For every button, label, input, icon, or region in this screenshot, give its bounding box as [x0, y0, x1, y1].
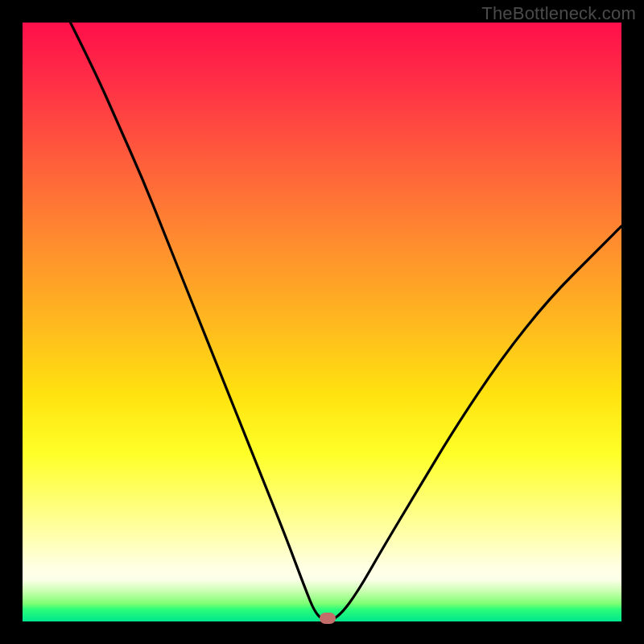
chart-frame: TheBottleneck.com [0, 0, 644, 644]
watermark-text: TheBottleneck.com [481, 3, 636, 24]
bottleneck-curve [23, 23, 621, 621]
plot-area [23, 23, 621, 621]
minimum-marker [320, 613, 336, 624]
